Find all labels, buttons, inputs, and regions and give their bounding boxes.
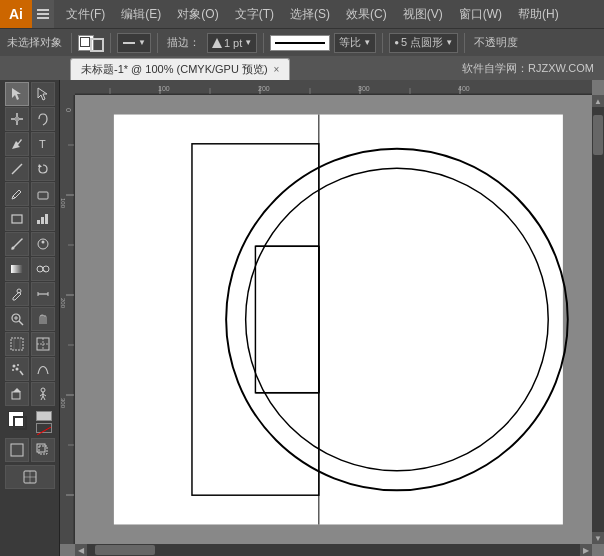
pencil-tool[interactable] [5, 182, 29, 206]
svg-line-53 [43, 396, 45, 400]
svg-line-54 [37, 427, 51, 435]
lasso-tool[interactable] [31, 107, 55, 131]
tool-row-4 [2, 157, 57, 181]
stroke-box[interactable] [13, 416, 27, 430]
svg-rect-89 [114, 115, 563, 525]
direct-selection-tool[interactable] [31, 82, 55, 106]
behind-mode-btn[interactable] [31, 438, 55, 462]
divider-2 [110, 33, 111, 53]
tool-row-mode [2, 438, 57, 462]
svg-text:200: 200 [60, 298, 66, 309]
svg-point-48 [41, 388, 45, 392]
scroll-thumb-h[interactable] [95, 545, 155, 555]
horizontal-scrollbar[interactable]: ◀ ▶ [75, 544, 592, 556]
svg-point-45 [15, 368, 18, 371]
svg-line-52 [41, 396, 43, 400]
transform-tool[interactable] [5, 382, 29, 406]
menu-help[interactable]: 帮助(H) [510, 0, 567, 28]
divider-1 [71, 33, 72, 53]
puppet-warp-tool[interactable] [31, 382, 55, 406]
svg-point-26 [43, 266, 49, 272]
object-label: 未选择对象 [4, 32, 65, 54]
rotate-tool[interactable] [31, 157, 55, 181]
blend-tool[interactable] [31, 257, 55, 281]
none-mode-btn[interactable] [36, 423, 52, 433]
svg-rect-17 [12, 215, 22, 223]
scroll-thumb-v[interactable] [593, 115, 603, 155]
canvas-workspace[interactable] [75, 95, 592, 544]
point-label: 5 点圆形 [401, 35, 443, 50]
change-screen-mode-btn[interactable] [5, 465, 55, 489]
svg-point-43 [17, 364, 19, 366]
svg-rect-56 [39, 446, 47, 454]
gradient-tool[interactable] [5, 257, 29, 281]
ai-logo: Ai [0, 0, 32, 28]
warp-tool[interactable] [31, 357, 55, 381]
svg-marker-5 [12, 88, 21, 100]
tool-row-5 [2, 182, 57, 206]
stroke-size-dropdown[interactable]: 1 pt ▼ [207, 33, 257, 53]
svg-rect-16 [38, 192, 48, 199]
artboard-tool[interactable] [5, 332, 29, 356]
svg-rect-11 [15, 117, 19, 121]
paintbrush-tool[interactable] [5, 232, 29, 256]
eraser-tool[interactable] [31, 182, 55, 206]
hand-tool[interactable] [31, 307, 55, 331]
svg-rect-3 [123, 42, 135, 44]
vertical-scrollbar[interactable]: ▲ ▼ [592, 95, 604, 544]
rectangle-tool[interactable] [5, 207, 29, 231]
svg-text:400: 400 [458, 85, 470, 92]
menu-select[interactable]: 选择(S) [282, 0, 338, 28]
tool-row-2 [2, 107, 57, 131]
scroll-left-btn[interactable]: ◀ [75, 544, 87, 556]
svg-marker-4 [212, 38, 222, 48]
scroll-down-btn[interactable]: ▼ [592, 532, 604, 544]
tool-row-12 [2, 357, 57, 381]
menu-object[interactable]: 对象(O) [169, 0, 226, 28]
menu-effect[interactable]: 效果(C) [338, 0, 395, 28]
stroke-size-value: 1 pt [224, 37, 242, 49]
slice-tool[interactable] [31, 332, 55, 356]
measure-tool[interactable] [31, 282, 55, 306]
symbol-spray-tool[interactable] [5, 357, 29, 381]
stroke-color[interactable] [90, 38, 104, 52]
document-tab[interactable]: 未标题-1* @ 100% (CMYK/GPU 预览) × [70, 58, 290, 80]
eyedropper-tool[interactable] [5, 282, 29, 306]
svg-point-25 [37, 266, 43, 272]
weight-dropdown[interactable]: 等比 ▼ [334, 33, 376, 53]
menu-view[interactable]: 视图(V) [395, 0, 451, 28]
selected-object-text: 未选择对象 [7, 35, 62, 50]
main-area: T [0, 80, 604, 556]
svg-text:100: 100 [60, 198, 66, 209]
scroll-up-btn[interactable]: ▲ [592, 95, 604, 107]
color-mode-btn[interactable] [36, 411, 52, 421]
menu-window[interactable]: 窗口(W) [451, 0, 510, 28]
zoom-tool[interactable] [5, 307, 29, 331]
selection-tool[interactable] [5, 82, 29, 106]
svg-text:0: 0 [65, 108, 72, 112]
pen-tool[interactable] [5, 132, 29, 156]
line-tool[interactable] [5, 157, 29, 181]
stroke-color-area [78, 34, 104, 52]
svg-rect-19 [41, 217, 44, 224]
stroke-type-dropdown[interactable]: ▼ [117, 33, 151, 53]
blob-brush-tool[interactable] [31, 232, 55, 256]
type-tool[interactable]: T [31, 132, 55, 156]
chart-tool[interactable] [31, 207, 55, 231]
tool-row-10 [2, 307, 57, 331]
point-shape-dropdown[interactable]: ● 5 点圆形 ▼ [389, 33, 458, 53]
menu-text[interactable]: 文字(T) [227, 0, 282, 28]
menu-file[interactable]: 文件(F) [58, 0, 113, 28]
magic-wand-tool[interactable] [5, 107, 29, 131]
svg-rect-36 [11, 338, 23, 350]
watermark: 软件自学网：RJZXW.COM [462, 61, 604, 76]
svg-text:300: 300 [358, 85, 370, 92]
menu-edit[interactable]: 编辑(E) [113, 0, 169, 28]
svg-line-27 [40, 266, 46, 272]
svg-text:100: 100 [158, 85, 170, 92]
tab-close-button[interactable]: × [274, 64, 280, 75]
svg-rect-55 [11, 444, 23, 456]
toolbar: 未选择对象 ▼ 描边： 1 pt ▼ 等比 ▼ ● 5 点圆形 ▼ 不透明度 [0, 28, 604, 56]
normal-mode-btn[interactable] [5, 438, 29, 462]
scroll-right-btn[interactable]: ▶ [580, 544, 592, 556]
